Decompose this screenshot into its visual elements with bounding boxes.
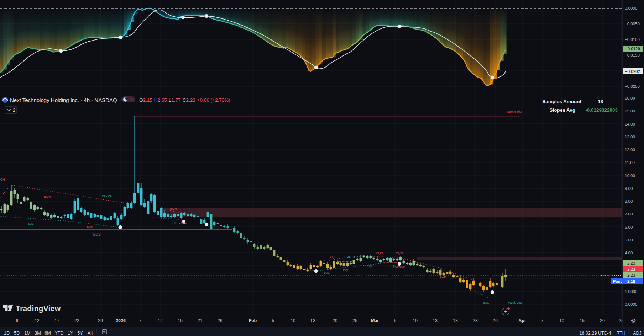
svg-text:Samples Amount: Samples Amount [542, 99, 581, 104]
svg-text:15: 15 [178, 318, 183, 323]
svg-text:−0.0100: −0.0100 [625, 37, 640, 42]
svg-text:11.00: 11.00 [625, 160, 635, 165]
svg-text:EQH: EQH [376, 251, 383, 255]
svg-text:-0.0129322903: -0.0129322903 [585, 107, 618, 113]
svg-text:9.00: 9.00 [625, 186, 633, 191]
svg-text:2: 2 [13, 108, 15, 113]
svg-text:10: 10 [413, 318, 418, 323]
svg-text:2.23: 2.23 [627, 267, 635, 271]
svg-text:EQL: EQL [323, 271, 329, 274]
svg-text:16:02:29 UTC-4: 16:02:29 UTC-4 [580, 331, 611, 336]
svg-text:8.00: 8.00 [625, 199, 633, 203]
svg-text:−0.0250: −0.0250 [625, 84, 640, 89]
svg-text:EQH: EQH [440, 275, 446, 278]
svg-text:7.00: 7.00 [625, 212, 633, 216]
svg-text:2026: 2026 [116, 318, 126, 323]
svg-text:5.00: 5.00 [625, 238, 633, 242]
svg-text:BOS: BOS [93, 233, 100, 236]
svg-text:22: 22 [74, 318, 79, 323]
svg-text:7: 7 [139, 318, 142, 323]
svg-text:12: 12 [35, 318, 40, 323]
svg-text:CHoC: CHoC [178, 221, 187, 224]
svg-text:23: 23 [473, 318, 478, 323]
svg-text:2.18: 2.18 [627, 279, 635, 283]
svg-text:0.0000: 0.0000 [625, 6, 637, 10]
svg-text:−0.0202: −0.0202 [625, 69, 640, 74]
svg-text:EQH: EQH [44, 195, 51, 198]
svg-text:14.00: 14.00 [625, 122, 635, 126]
svg-text:17: 17 [54, 318, 59, 323]
svg-text:Mar: Mar [371, 318, 379, 323]
svg-text:18: 18 [598, 99, 603, 104]
svg-text:EQL: EQL [483, 301, 489, 304]
svg-text:26: 26 [218, 318, 222, 323]
svg-text:−0.0050: −0.0050 [625, 22, 640, 26]
svg-text:Apr: Apr [518, 318, 526, 323]
svg-text:Strong High: Strong High [507, 110, 523, 113]
svg-text:EQL: EQL [170, 221, 176, 225]
svg-text:6.00: 6.00 [625, 225, 633, 229]
svg-text:EQL: EQL [343, 268, 349, 272]
svg-text:12.00: 12.00 [625, 148, 635, 152]
svg-text:EQH: EQH [396, 251, 403, 255]
svg-text:3M: 3M [35, 331, 41, 336]
svg-text:5D: 5D [14, 331, 20, 336]
svg-text:CHoCH: CHoCH [344, 255, 355, 259]
svg-text:25: 25 [352, 318, 357, 323]
svg-text:RTH: RTH [616, 331, 625, 336]
svg-text:Slopes Avg: Slopes Avg [549, 107, 575, 113]
svg-text:Next Technology Holding Inc. ·: Next Technology Holding Inc. · 4h · NASD… [10, 97, 117, 103]
svg-text:16.00: 16.00 [625, 96, 635, 100]
svg-text:13: 13 [433, 318, 438, 323]
svg-text:10: 10 [559, 318, 564, 323]
svg-text:EQL: EQL [27, 222, 33, 225]
svg-text:10.00: 10.00 [625, 174, 635, 178]
svg-text:2.23: 2.23 [627, 273, 635, 277]
svg-text:All: All [88, 331, 93, 336]
svg-text:13.00: 13.00 [625, 135, 635, 139]
svg-text:EQL: EQL [367, 265, 373, 268]
svg-text:10: 10 [290, 318, 295, 323]
svg-text:Feb: Feb [249, 318, 257, 323]
svg-text:15.00: 15.00 [625, 109, 635, 113]
svg-text:≈: ≈ [130, 97, 133, 102]
svg-text:1D: 1D [4, 331, 10, 336]
svg-text:1.0000: 1.0000 [625, 289, 637, 294]
svg-text:5: 5 [394, 318, 397, 323]
svg-text:TradingView: TradingView [16, 304, 61, 313]
svg-text:CHoCH: CHoCH [395, 265, 405, 268]
svg-text:26: 26 [493, 318, 498, 323]
svg-text:Post: Post [613, 279, 622, 283]
svg-text:1Y: 1Y [68, 331, 73, 336]
svg-text:−0.0129: −0.0129 [625, 47, 640, 51]
svg-text:5Y: 5Y [77, 331, 83, 336]
svg-text:18: 18 [453, 318, 458, 323]
svg-text:12: 12 [158, 318, 163, 323]
svg-text:7: 7 [541, 318, 544, 323]
svg-text:0.0000: 0.0000 [625, 302, 637, 306]
svg-text:5: 5 [272, 318, 274, 323]
svg-text:EQH: EQH [170, 207, 177, 210]
svg-text:YTD: YTD [55, 331, 64, 336]
svg-text:−0.0150: −0.0150 [625, 53, 640, 57]
svg-text:6M: 6M [44, 331, 51, 336]
svg-text:BOS: BOS [87, 225, 93, 228]
svg-text:21: 21 [198, 318, 203, 323]
svg-text:20: 20 [600, 318, 605, 323]
svg-text:4.00: 4.00 [625, 251, 633, 255]
svg-text:15: 15 [580, 318, 585, 323]
svg-text:29: 29 [98, 318, 103, 323]
svg-text:2.23: 2.23 [627, 261, 635, 265]
svg-text:Weak Low: Weak Low [508, 301, 522, 304]
svg-text:1M: 1M [24, 331, 30, 336]
svg-text:CHoCH: CHoCH [102, 194, 112, 198]
svg-text:9: 9 [16, 318, 19, 323]
svg-text:EQH: EQH [330, 255, 336, 259]
svg-text:20: 20 [333, 318, 337, 323]
svg-text:13: 13 [310, 318, 315, 323]
svg-text:EQH: EQH [0, 178, 5, 181]
svg-text:ADJ: ADJ [633, 331, 642, 336]
